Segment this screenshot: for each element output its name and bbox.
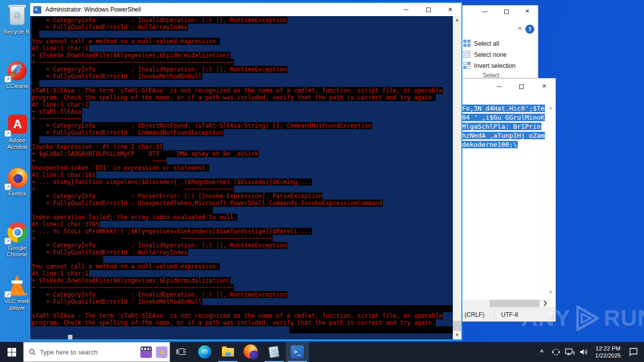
console-line: You cannot call a method on a null-value… [32,38,453,45]
ccleaner-icon: ↗ [6,58,29,81]
console-line: At line:1 char:1 [32,270,453,277]
taskbar-item-edge[interactable] [193,342,216,362]
search-highlight-movie-icon[interactable] [140,346,152,358]
notepad-titlebar: ✕ [456,78,555,94]
anyrun-logo-icon [573,304,602,333]
powershell-console[interactable]: + CategoryInfo : InvalidOperation: (:) [… [30,16,453,339]
icon-label: Firefox [8,191,26,197]
search-highlight-app-icon[interactable]: ★ [156,346,168,358]
taskbar-item-firefox[interactable] [239,342,263,362]
invert-selection-label: Invert selection [474,62,516,69]
minimize-button[interactable] [474,6,496,17]
icon-label: Adobe [9,137,25,143]
window-title: Administrator: Windows PowerShell [45,6,141,13]
console-line: + ~~~~~~~~~~~~~~ [32,186,453,193]
desktop-icon-ccleaner[interactable]: ↗ CCleane [1,58,33,89]
search-icon [29,348,36,355]
task-view-icon [177,348,187,356]
show-hidden-icons-chevron[interactable]: ^ [536,342,548,362]
adobe-acrobat-icon: A↗ [6,113,29,136]
console-line: + $gLoBal:SAOGAVBTULPUiLbMyCP DTI DMA ap… [32,150,453,157]
console-line: + FullyQualifiedErrorId : InvokeMethodOn… [32,73,453,80]
console-line [32,305,453,312]
console-line: Invoke-Expression : At line:1 char:31 [32,143,453,150]
maximize-button[interactable] [496,6,517,17]
minimize-button[interactable] [395,3,417,16]
powershell-icon: >_ [291,345,304,358]
icon-label: Chrome [7,251,28,257]
recycle-bin-icon: ♲ [6,4,29,27]
desktop-icon-google-chrome[interactable]: ↗ GoogleChrome [1,220,33,258]
console-line: + CategoryInfo : InvalidOperation: (:) [… [32,17,453,24]
notepad-line: Fo,3N d4Hat.Hic0';$Te [461,104,545,113]
file-explorer-icon [221,345,234,358]
scroll-up-icon[interactable]: ▲ [548,105,553,110]
task-view-button[interactable] [170,342,193,362]
vertical-scrollbar[interactable]: ▲ ▼ [453,16,461,339]
notepad-text-area[interactable]: Fo,3N d4Hat.Hic0';$Te04 ' ,i$Gu GGrulMin… [461,104,545,149]
invert-selection-button[interactable]: Invert selection [463,62,516,69]
taskbar-clock[interactable]: 12:22 PM 1/22/2025 [592,345,624,359]
console-line: + ~~~~~~~~~~~~~~~~~~~~~~~~~~~~~~~~~~~~~~… [32,59,453,66]
console-line: + ~~~~ [32,157,453,164]
anyrun-watermark: ANY RUN [521,304,644,333]
console-line: + FullyQualifiedErrorId : NullArrayIndex [32,24,453,31]
notepad-icon [268,345,281,358]
maximize-button[interactable] [417,3,439,16]
powershell-app-icon: >_ [33,6,41,14]
collapse-ribbon-icon[interactable]: ^ [518,27,522,33]
scroll-down-icon[interactable]: ▼ [548,290,553,295]
console-line: + ... nc StoLi uProNKkkt') ;$Klyngevises… [32,228,453,235]
console-line: + sTaRt-SlEAsa [32,108,453,115]
select-none-button[interactable]: Select none [463,51,507,58]
select-none-label: Select none [474,51,507,58]
icon-label: Recycle Bi [4,29,31,35]
notepad-window: ✕ Fo,3N d4Hat.Hic0';$Te04 ' ,i$Gu GGrulM… [455,78,556,322]
icon-label: Google [8,245,26,251]
taskbar-item-file-explorer[interactable] [216,342,239,362]
console-line: + ... otomy}function vimpelens($Discede)… [32,178,453,186]
shortcut-arrow-icon: ↗ [5,238,11,244]
icon-label: VLC medi [5,298,30,304]
agent-orbit-icon[interactable] [550,342,562,362]
minimize-button[interactable] [488,79,510,93]
notepad-line: MlgaSchlPla: BrIPrin [461,122,545,131]
close-button[interactable]: ✕ [517,6,538,17]
scrollbar-thumb[interactable] [453,321,461,331]
select-all-button[interactable]: Select all [463,40,499,47]
console-line: + CategoryInfo : ParserError: (:) [Invok… [32,193,453,200]
taskbar-item-notepad[interactable] [263,342,286,362]
console-line: At line:1 char:3795 [32,221,453,228]
start-button[interactable] [0,342,23,362]
powershell-titlebar[interactable]: >_ Administrator: Windows PowerShell ✕ [30,3,461,16]
network-icon[interactable] [564,342,576,362]
close-button[interactable]: ✕ [439,3,461,16]
selection-bar [289,326,453,333]
console-line: + FullyQualifiedErrorId : CommandNotFoun… [32,129,453,136]
console-line: + ~~~~~~~~~~~~~~~~~~~~~~~~~~ [32,235,453,242]
maximize-button[interactable] [510,79,533,93]
volume-icon[interactable] [578,342,590,362]
notepad-line: dekoderne100;\ [461,140,545,149]
console-line: + CategoryInfo : ObjectNotFound: (sTaRt-… [32,122,453,129]
close-button[interactable]: ✕ [533,79,555,93]
taskbar-item-powershell[interactable]: >_ [286,342,309,362]
search-placeholder: Type here to search [40,348,136,356]
console-line: Index operation failed; the array index … [32,214,453,221]
console-line: sTaRt-SlEAsa : The term 'sTaRt-SlEAsa' i… [32,87,453,94]
action-center-icon[interactable] [626,342,641,362]
desktop-icon-adobe-acrobat[interactable]: A↗ AdobeAcrobat [1,113,33,150]
console-line [32,80,453,87]
scroll-down-icon[interactable]: ▼ [453,331,461,339]
watermark-text-any: ANY [521,305,571,331]
help-icon[interactable]: ? [525,25,534,34]
desktop-icon-vlc[interactable]: ↗ VLC mediplayer [1,274,33,311]
desktop-icon-recycle-bin[interactable]: ♲ Recycle Bi [1,4,33,35]
scroll-up-icon[interactable]: ▲ [453,16,461,24]
notepad-line: hzNedA ,aTunpIHj oZam [461,131,545,140]
encoding-indicator: UTF-8 [501,311,518,318]
desktop-icon-firefox[interactable]: ↗ Firefox [1,166,33,197]
console-line: + $Tskede.DownloadFile($Klyngevises,$Epi… [32,277,453,284]
search-box[interactable]: Type here to search ★ [23,342,170,362]
console-line: At line:1 char:1 [32,45,453,52]
